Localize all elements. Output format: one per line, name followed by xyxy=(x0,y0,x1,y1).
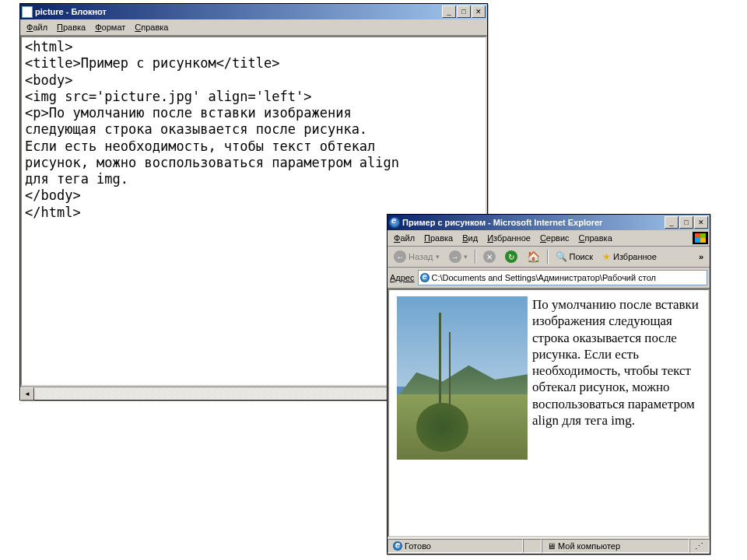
separator xyxy=(547,250,549,264)
minimize-button[interactable]: _ xyxy=(665,216,679,229)
minimize-button[interactable]: _ xyxy=(442,5,456,18)
refresh-icon: ↻ xyxy=(505,250,517,263)
toolbar-expand-button[interactable]: » xyxy=(695,250,707,263)
menu-view[interactable]: Вид xyxy=(458,233,482,243)
search-button[interactable]: 🔍 Поиск xyxy=(552,250,597,264)
throbber-icon xyxy=(693,232,708,244)
menu-edit[interactable]: Правка xyxy=(419,233,458,243)
status-empty xyxy=(523,539,542,553)
window-controls: _ □ ✕ xyxy=(442,5,486,18)
notepad-menubar: Файл Правка Формат Справка xyxy=(20,19,487,36)
chevron-down-icon: ▾ xyxy=(464,253,468,261)
back-button[interactable]: ← Назад ▾ xyxy=(390,249,444,264)
address-label: Адрес xyxy=(390,273,415,282)
page-icon xyxy=(420,273,430,282)
menu-file[interactable]: Файл xyxy=(22,22,52,33)
favorites-button[interactable]: ★ Избранное xyxy=(598,250,661,264)
search-icon: 🔍 xyxy=(556,251,567,262)
arrow-right-icon: → xyxy=(449,250,461,263)
notepad-content: <html> <title>Пример с рисунком</title> … xyxy=(25,39,482,221)
stop-button[interactable]: ✕ xyxy=(479,249,500,264)
close-button[interactable]: ✕ xyxy=(472,5,486,18)
window-controls: _ □ ✕ xyxy=(665,216,708,229)
menu-edit[interactable]: Правка xyxy=(52,22,90,33)
address-value: C:\Documents and Settings\Администратор\… xyxy=(432,273,656,282)
ie-titlebar[interactable]: Пример с рисунком - Microsoft Internet E… xyxy=(388,215,710,230)
back-label: Назад xyxy=(409,252,433,261)
maximize-button[interactable]: □ xyxy=(679,216,693,229)
forward-button[interactable]: → ▾ xyxy=(445,249,472,264)
maximize-button[interactable]: □ xyxy=(457,5,471,18)
page-icon xyxy=(393,541,402,551)
ie-toolbar: ← Назад ▾ → ▾ ✕ ↻ 🏠 🔍 Поиск ★ Избранное … xyxy=(388,247,710,268)
menu-help[interactable]: Справка xyxy=(130,22,173,33)
status-zone: 🖥 Мой компьютер xyxy=(542,539,689,553)
notepad-titlebar[interactable]: picture - Блокнот _ □ ✕ xyxy=(20,4,487,19)
resize-grip[interactable]: ⋰ xyxy=(689,539,710,553)
menu-help[interactable]: Справка xyxy=(574,233,617,243)
address-input[interactable]: C:\Documents and Settings\Администратор\… xyxy=(418,270,708,285)
menu-tools[interactable]: Сервис xyxy=(535,233,574,243)
close-button[interactable]: ✕ xyxy=(694,216,708,229)
home-icon: 🏠 xyxy=(527,250,540,263)
ie-window: Пример с рисунком - Microsoft Internet E… xyxy=(387,214,710,555)
home-button[interactable]: 🏠 xyxy=(523,249,544,264)
ie-title: Пример с рисунком - Microsoft Internet E… xyxy=(402,218,665,227)
body-text: По умолчанию после вставки изображения с… xyxy=(532,297,699,428)
scroll-left-button[interactable]: ◄ xyxy=(20,387,34,401)
status-done: Готово xyxy=(388,539,523,553)
computer-icon: 🖥 xyxy=(547,541,556,551)
ie-statusbar: Готово 🖥 Мой компьютер ⋰ xyxy=(388,537,710,554)
arrow-left-icon: ← xyxy=(394,250,406,263)
ie-icon xyxy=(389,217,400,228)
refresh-button[interactable]: ↻ xyxy=(501,249,521,264)
ie-addressbar: Адрес C:\Documents and Settings\Админист… xyxy=(388,268,710,289)
notepad-icon xyxy=(22,6,33,17)
ie-menubar: Файл Правка Вид Избранное Сервис Справка xyxy=(388,230,710,247)
star-icon: ★ xyxy=(602,251,611,262)
notepad-title: picture - Блокнот xyxy=(35,7,442,16)
chevron-down-icon: ▾ xyxy=(436,253,440,261)
separator xyxy=(475,250,476,264)
menu-favorites[interactable]: Избранное xyxy=(482,233,535,243)
menu-format[interactable]: Формат xyxy=(90,22,130,33)
stop-icon: ✕ xyxy=(483,250,496,263)
ie-viewport[interactable]: По умолчанию после вставки изображения с… xyxy=(388,289,710,537)
embedded-image xyxy=(397,296,528,460)
search-label: Поиск xyxy=(570,252,593,261)
menu-file[interactable]: Файл xyxy=(389,233,419,243)
favorites-label: Избранное xyxy=(613,252,657,261)
